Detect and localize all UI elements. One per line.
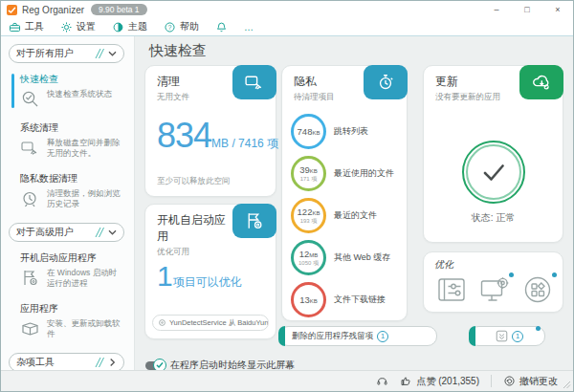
software-box-icon <box>20 318 40 338</box>
monitor-gear-icon[interactable] <box>479 274 510 305</box>
undo-label: 撤销更改 <box>519 375 558 388</box>
sidebar-item-subtitle: 清理数据，例如浏览历史记录 <box>47 188 124 210</box>
count-badge: 1 <box>377 331 388 342</box>
update-status-text: 状态: 正常 <box>424 211 563 225</box>
group-label: 对于高级用户 <box>16 226 94 239</box>
chevron-down-icon <box>104 51 117 56</box>
maximize-button[interactable]: □ <box>512 5 542 14</box>
menu-tools-label: 工具 <box>25 20 44 33</box>
startup-detected-item-button[interactable]: YunDetectService 从 BaiduYun... <box>152 315 269 331</box>
card-title: 隐私 <box>294 74 361 90</box>
sidebar-item-applications[interactable]: 应用程序 安装、更新或卸载软件 <box>11 302 124 340</box>
separator <box>491 375 492 387</box>
app-residue-button[interactable]: 删除的应用程序残留项 1 <box>278 326 437 346</box>
toggle-switch[interactable] <box>145 361 163 370</box>
menu-overflow-button[interactable]: … <box>244 22 254 33</box>
main-panel: 快速检查 清理 无用文件 834MB / 7416 项 至少可以释放此空间 开机… <box>135 36 574 372</box>
cleanup-card[interactable]: 清理 无用文件 834MB / 7416 项 至少可以释放此空间 <box>144 65 276 197</box>
menu-tools[interactable]: 工具 <box>9 20 44 33</box>
privacy-ring: 122KB 193 项 <box>291 198 326 233</box>
sidebar-item-title: 应用程序 <box>20 302 124 316</box>
privacy-item-jump-lists: 748KB 跳转列表 <box>291 114 403 149</box>
group-label: 杂项工具 <box>16 356 94 369</box>
sidebar-item-title: 快速检查 <box>20 73 124 86</box>
sidebar-item-subtitle: 快速检查系统状态 <box>47 89 112 99</box>
menu-settings[interactable]: 设置 <box>60 20 96 33</box>
app-grid-circle-icon[interactable] <box>522 274 553 305</box>
sidebar-item-title: 开机启动应用程序 <box>20 251 124 265</box>
magnifier-check-icon <box>20 89 40 109</box>
flag-gear-icon <box>20 268 40 288</box>
privacy-ring: 13KB <box>291 282 326 317</box>
version-badge: 9.90 beta 1 <box>91 4 147 15</box>
menu-settings-label: 设置 <box>77 20 96 33</box>
update-ok-ring <box>462 141 525 204</box>
optimize-title: 优化 <box>424 252 563 272</box>
card-subtitle: 待清理项目 <box>294 92 361 103</box>
toolbox-icon <box>9 21 21 33</box>
decor-lines <box>94 357 104 368</box>
feedback-headset-icon[interactable] <box>376 375 388 387</box>
thumbs-up-icon <box>400 375 412 387</box>
menu-help[interactable]: ? 帮助 <box>164 20 199 33</box>
sidebar-item-title: 系统清理 <box>20 121 124 135</box>
app-title: Reg Organizer <box>22 5 84 15</box>
svg-text:?: ? <box>168 23 172 30</box>
undo-icon <box>503 375 516 387</box>
gear-icon <box>60 21 73 33</box>
sidebar-item-startup-apps[interactable]: 开机启动应用程序 在 Windows 启动时运行的进程 <box>11 251 124 290</box>
resize-grip[interactable] <box>563 381 571 389</box>
more-actions-button[interactable]: 1 <box>469 326 545 346</box>
window-controls: – □ × <box>481 5 573 14</box>
like-count-label: 点赞 (201,355) <box>416 375 479 388</box>
sidebar-item-title: 隐私数据清理 <box>20 172 124 185</box>
update-card[interactable]: 更新 没有要更新的应用 状态: 正常 <box>423 65 563 243</box>
privacy-item-list: 748KB 跳转列表 39KB 171 项 最近使用的文件 122KB 193 <box>291 114 403 324</box>
settings-panel-icon[interactable] <box>436 274 467 305</box>
cleanup-card-broom-icon <box>20 138 40 158</box>
help-icon: ? <box>164 21 176 33</box>
app-residue-label: 删除的应用程序残留项 <box>292 331 373 342</box>
sidebar-item-subtitle: 释放磁盘空间并删除无用的文件。 <box>47 138 124 160</box>
startup-optimize-count: 1项目可以优化 <box>157 260 242 293</box>
count-badge: 1 <box>512 331 523 342</box>
startup-detected-item-label: YunDetectService 从 BaiduYun... <box>169 318 269 328</box>
notification-dot <box>509 272 514 277</box>
sidebar-item-subtitle: 在 Windows 启动时运行的进程 <box>47 268 124 290</box>
privacy-item-web-cache: 12MB 1050 项 其他 Web 缓存 <box>291 240 403 275</box>
card-subtitle: 无用文件 <box>157 92 230 103</box>
check-icon <box>478 157 509 187</box>
sidebar-item-quick-check[interactable]: 快速检查 快速检查系统状态 <box>11 73 124 109</box>
sidebar-item-privacy-cleanup[interactable]: 隐私数据清理 清理数据，例如浏览历史记录 <box>11 172 124 210</box>
titlebar: Reg Organizer 9.90 beta 1 – □ × <box>1 1 573 18</box>
card-title: 清理 <box>157 74 230 90</box>
privacy-ring: 748KB <box>291 114 326 149</box>
optimize-card: 优化 <box>423 251 563 313</box>
gear-small-icon <box>158 318 166 327</box>
startup-apps-card[interactable]: 开机自启动应用 优化可用 1项目可以优化 YunDetectService 从 … <box>144 204 276 339</box>
chevron-right-icon <box>104 359 117 365</box>
close-button[interactable]: × <box>542 5 573 14</box>
like-button[interactable]: 点赞 (201,355) <box>400 375 479 388</box>
menu-theme[interactable]: 主题 <box>112 20 147 33</box>
notifications-bell-icon[interactable] <box>215 21 228 33</box>
sidebar-group-misc-tools[interactable]: 杂项工具 <box>9 353 124 372</box>
sidebar-item-system-cleanup[interactable]: 系统清理 释放磁盘空间并删除无用的文件。 <box>11 121 124 160</box>
minimize-button[interactable]: – <box>481 5 512 14</box>
history-clock-icon <box>20 188 40 208</box>
group-label: 对于所有用户 <box>16 47 94 60</box>
card-subtitle: 没有要更新的应用 <box>435 92 517 103</box>
decor-lines <box>94 227 104 238</box>
decor-lines <box>94 48 104 59</box>
privacy-card[interactable]: 隐私 待清理项目 748KB 跳转列表 39KB 171 项 最近使用的文件 <box>281 65 408 321</box>
privacy-ring: 39KB 171 项 <box>291 156 326 191</box>
privacy-ring: 12MB 1050 项 <box>291 240 326 275</box>
update-cloud-download-tab-icon <box>519 65 563 99</box>
sidebar-group-all-users[interactable]: 对于所有用户 <box>9 44 124 63</box>
page-title: 快速检查 <box>149 42 207 60</box>
sidebar-group-advanced-users[interactable]: 对于高级用户 <box>9 223 124 242</box>
undo-changes-button[interactable]: 撤销更改 <box>503 375 558 388</box>
sidebar: 对于所有用户 快速检查 快速检查系统状态 系统清理 释放磁盘空间并删除无用的文件… <box>1 36 135 370</box>
menubar: 工具 设置 主题 ? 帮助 … <box>1 18 573 36</box>
chevron-down-icon <box>104 229 117 235</box>
